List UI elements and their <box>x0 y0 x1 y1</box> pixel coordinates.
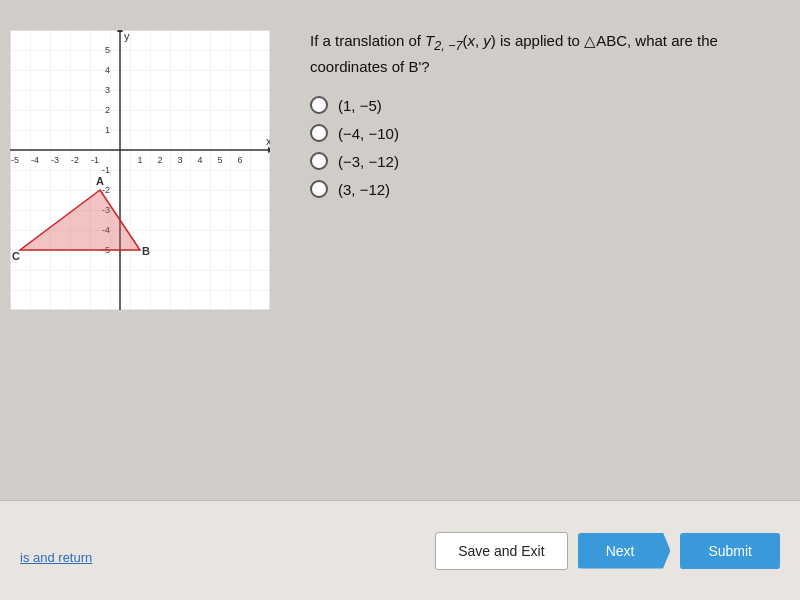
radio-2[interactable] <box>310 124 328 142</box>
svg-text:3: 3 <box>177 155 182 165</box>
vertex-a-label: A <box>96 175 104 187</box>
x-axis-label: x <box>266 135 270 147</box>
radio-3[interactable] <box>310 152 328 170</box>
coordinate-graph: x y -1 -2 -3 -4 -5 1 2 3 4 5 6 1 2 3 4 5… <box>10 30 270 330</box>
svg-rect-1 <box>10 30 270 310</box>
option-4-text: (3, −12) <box>338 181 390 198</box>
radio-4[interactable] <box>310 180 328 198</box>
svg-text:4: 4 <box>105 65 110 75</box>
option-2-text: (−4, −10) <box>338 125 399 142</box>
svg-text:3: 3 <box>105 85 110 95</box>
svg-text:2: 2 <box>157 155 162 165</box>
question-text: If a translation of T2, −7(x, y) is appl… <box>310 30 770 78</box>
svg-text:2: 2 <box>105 105 110 115</box>
vertex-b-label: B <box>142 245 150 257</box>
next-button[interactable]: Next <box>578 533 671 569</box>
svg-text:-5: -5 <box>11 155 19 165</box>
option-4[interactable]: (3, −12) <box>310 180 770 198</box>
svg-text:-3: -3 <box>51 155 59 165</box>
svg-text:1: 1 <box>105 125 110 135</box>
svg-text:-4: -4 <box>31 155 39 165</box>
question-area: If a translation of T2, −7(x, y) is appl… <box>290 20 790 370</box>
graph-area: x y -1 -2 -3 -4 -5 1 2 3 4 5 6 1 2 3 4 5… <box>10 30 290 370</box>
svg-text:-1: -1 <box>91 155 99 165</box>
svg-text:6: 6 <box>237 155 242 165</box>
radio-1[interactable] <box>310 96 328 114</box>
svg-text:5: 5 <box>217 155 222 165</box>
option-3[interactable]: (−3, −12) <box>310 152 770 170</box>
option-3-text: (−3, −12) <box>338 153 399 170</box>
option-1[interactable]: (1, −5) <box>310 96 770 114</box>
svg-text:-2: -2 <box>71 155 79 165</box>
svg-text:1: 1 <box>137 155 142 165</box>
return-link[interactable]: is and return <box>20 550 92 565</box>
answer-options: (1, −5) (−4, −10) (−3, −12) (3, −12) <box>310 96 770 198</box>
y-axis-label: y <box>124 30 130 42</box>
svg-text:-1: -1 <box>102 165 110 175</box>
svg-text:5: 5 <box>105 45 110 55</box>
vertex-c-label: C <box>12 250 20 262</box>
save-exit-button[interactable]: Save and Exit <box>435 532 567 570</box>
option-2[interactable]: (−4, −10) <box>310 124 770 142</box>
svg-marker-5 <box>117 30 123 32</box>
option-1-text: (1, −5) <box>338 97 382 114</box>
bottom-bar: is and return Save and Exit Next Submit <box>0 500 800 600</box>
svg-text:4: 4 <box>197 155 202 165</box>
svg-marker-4 <box>268 147 270 153</box>
submit-button[interactable]: Submit <box>680 533 780 569</box>
